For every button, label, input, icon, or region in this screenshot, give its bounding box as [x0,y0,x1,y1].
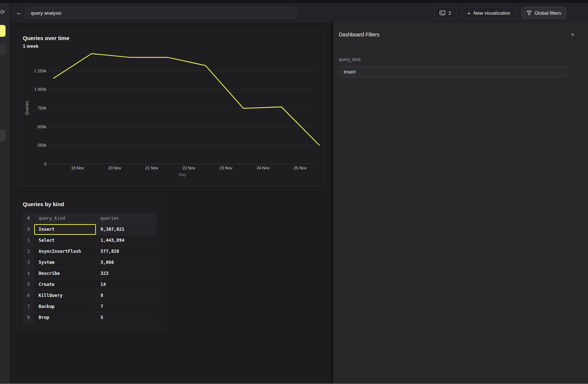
table-title: Queries by kind [23,201,64,207]
query-kind-cell[interactable]: Select [34,235,96,246]
filter-field-label: query_kind [339,57,361,62]
topbar: ← 2 + New visualization Global filter [10,3,588,23]
filters-panel-header: Dashboard Filters × [333,23,588,48]
row-index: 2 [23,246,34,257]
queries-value-cell[interactable]: 1,443,894 [96,235,157,246]
x-tick-label: 20 Nov [108,166,121,170]
x-axis-title: Day [179,172,186,177]
row-index: 4 [23,268,34,279]
table-row: 7Backup7 [23,301,157,312]
query-kind-cell[interactable]: Describe [34,268,96,279]
queries-value-cell[interactable]: 8,307,021 [96,224,157,235]
x-tick-label: 24 Nov [257,166,270,170]
window-top-edge [0,0,588,3]
sidebar-item-visualization-3[interactable] [0,129,6,141]
console-icon [440,10,445,15]
global-filters-label: Global filters [535,10,561,16]
y-tick-label: 0 [44,162,46,166]
plus-icon: + [467,10,471,16]
query-kind-cell[interactable]: Drop [34,312,96,323]
queries-value-cell[interactable]: 5 [96,312,157,323]
queries-over-time-card: Queries over time 1 week 0250k500k750k1 … [17,29,325,187]
table-row: 2AsyncInsertFlush577,820 [23,246,157,257]
row-index: 6 [23,290,34,301]
queries-value-cell[interactable]: 7 [96,301,157,312]
back-button[interactable]: ← [15,8,24,17]
table-row: 0Insert8,307,021 [23,224,157,235]
chart-title: Queries over time [23,35,69,41]
row-index: 1 [23,235,34,246]
query-kind-cell[interactable]: AsyncInsertFlush [34,246,96,257]
row-index: 8 [23,312,34,323]
dashboard-filters-panel: Dashboard Filters × query_kind [333,23,588,384]
column-header-query-kind: query_kind [34,213,96,224]
table-row: 4Describe323 [23,268,157,279]
y-tick-label: 500k [37,125,46,129]
table-row: 3System3,060 [23,257,157,268]
y-axis-title: Queries [25,101,29,115]
history-icon[interactable]: ⟳ [0,8,7,16]
query-kind-cell[interactable]: Insert [34,224,96,235]
close-icon[interactable]: × [569,31,576,38]
queries-by-kind-card: Queries by kind # query_kind queries 0In… [17,195,166,330]
table-row: 5Create14 [23,279,157,290]
console-count-button[interactable]: 2 [434,7,456,19]
query-kind-cell[interactable]: System [34,257,96,268]
funnel-icon [527,10,532,15]
queries-line-series [54,54,319,145]
query-kind-cell[interactable]: KillQuery [34,290,96,301]
x-tick-label: 22 Nov [183,166,196,170]
console-count-label: 2 [448,10,451,16]
x-tick-label: 19 Nov [71,166,84,170]
queries-value-cell[interactable]: 577,820 [96,246,157,257]
x-tick-label: 25 Nov [294,166,307,170]
table-row: 1Select1,443,894 [23,235,157,246]
global-filters-button[interactable]: Global filters [521,7,566,19]
x-tick-label: 21 Nov [146,166,158,170]
query-kind-filter-input[interactable] [339,66,568,77]
chart-subtitle: 1 week [23,43,39,49]
queries-value-cell[interactable]: 8 [96,290,157,301]
sidebar-item-active-visualization[interactable] [0,25,6,37]
dashboard-title-input[interactable] [25,7,297,19]
column-header-queries: queries [96,213,157,224]
y-tick-label: 1 000k [34,87,47,91]
sidebar-item-visualization-2[interactable] [0,43,6,55]
row-index: 0 [23,224,34,235]
queries-value-cell[interactable]: 14 [96,279,157,290]
row-index: 3 [23,257,34,268]
new-visualization-label: New visualization [473,10,510,16]
visualization-sidebar: ⟳ [0,3,10,384]
table-row: 8Drop5 [23,312,157,323]
filters-panel-title: Dashboard Filters [339,32,380,37]
y-tick-label: 250k [37,143,46,147]
row-index: 7 [23,301,34,312]
row-index: 5 [23,279,34,290]
y-tick-label: 750k [37,106,46,110]
table-header-row: # query_kind queries [23,213,157,224]
queries-value-cell[interactable]: 3,060 [96,257,157,268]
y-tick-label: 1 250k [34,69,47,73]
table-row: 6KillQuery8 [23,290,157,301]
queries-chart-plot[interactable]: 0250k500k750k1 000k1 250k19 Nov20 Nov21 … [22,50,320,180]
column-header-index: # [23,213,34,224]
new-visualization-button[interactable]: + New visualization [462,7,516,19]
queries-value-cell[interactable]: 323 [96,268,157,279]
dashboard-canvas: Queries over time 1 week 0250k500k750k1 … [10,23,331,384]
query-kind-cell[interactable]: Backup [34,301,96,312]
x-tick-label: 23 Nov [220,166,233,170]
query-kind-cell[interactable]: Create [34,279,96,290]
queries-by-kind-table: # query_kind queries 0Insert8,307,0211Se… [23,213,157,323]
